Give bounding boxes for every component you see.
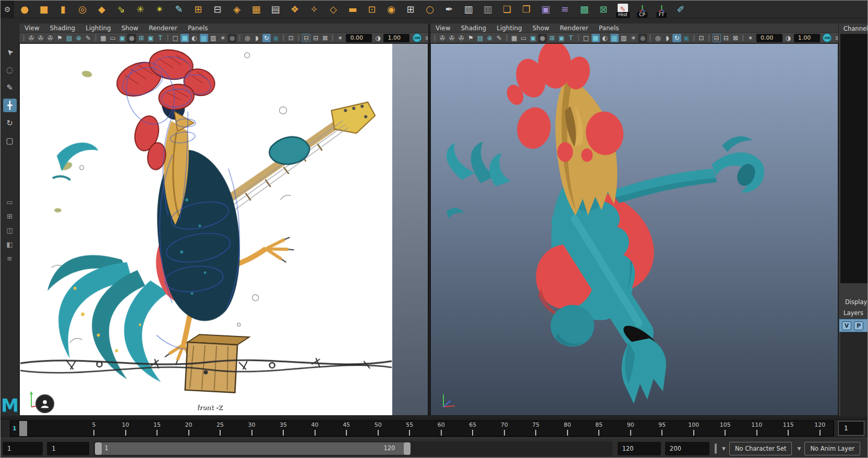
- character-set-dropdown-icon[interactable]: ▼: [722, 446, 726, 451]
- grid-blocks-icon[interactable]: ▦: [249, 1, 263, 18]
- image-plane-icon[interactable]: ▤: [65, 34, 74, 42]
- playback-options-handle[interactable]: [715, 443, 717, 454]
- safe-title-icon[interactable]: T: [156, 34, 164, 42]
- color-pivot-axis-icon[interactable]: CP: [635, 1, 649, 18]
- paint-select-tool-icon[interactable]: ✎: [3, 81, 17, 94]
- animation-end-field[interactable]: 200: [665, 442, 709, 455]
- knife-tool-icon[interactable]: ✒: [442, 1, 456, 18]
- textured-mode-icon[interactable]: ▩: [610, 34, 619, 42]
- playback-end-field[interactable]: 120: [618, 442, 661, 455]
- exposure-field[interactable]: 0.00: [346, 34, 372, 42]
- camera-attributes-icon[interactable]: ✇: [457, 34, 465, 42]
- grease-pencil-icon[interactable]: ✎: [495, 34, 503, 42]
- paint-brush-icon[interactable]: ✐: [673, 1, 688, 18]
- grid-icon[interactable]: ▦: [99, 34, 107, 42]
- bookmark-icon[interactable]: ⚑: [466, 34, 475, 42]
- layout-split-icon[interactable]: ◫: [4, 225, 16, 235]
- select-tool-icon[interactable]: ➤: [0, 43, 19, 62]
- shaded-mode-icon[interactable]: ■: [592, 34, 600, 42]
- menu-lighting[interactable]: Lighting: [80, 23, 116, 33]
- exposure-icon[interactable]: ✴: [336, 34, 344, 42]
- uv-editor-window-icon[interactable]: ⊠: [596, 1, 611, 18]
- xray-icon[interactable]: ⊟: [302, 34, 310, 42]
- menu-panels[interactable]: Panels: [594, 23, 624, 33]
- diamond-stack-icon[interactable]: ◇: [326, 1, 341, 18]
- film-gate-icon[interactable]: ▭: [520, 34, 528, 42]
- menu-renderer[interactable]: Renderer: [143, 23, 183, 33]
- menu-renderer[interactable]: Renderer: [554, 23, 594, 33]
- xray-joints-icon[interactable]: ⊠: [731, 34, 740, 42]
- gamma-icon[interactable]: ◑: [784, 34, 792, 42]
- page-peel-icon[interactable]: ❏: [500, 1, 514, 18]
- playback-start-field[interactable]: 1: [47, 442, 89, 455]
- display-layer-row[interactable]: VP: [839, 319, 868, 332]
- xray-active-icon[interactable]: ⊟: [722, 34, 730, 42]
- layout-single-pane-icon[interactable]: ▭: [4, 197, 16, 207]
- point-light-icon[interactable]: ✳: [133, 1, 148, 18]
- exposure-icon[interactable]: ✴: [746, 34, 755, 42]
- xray-active-icon[interactable]: ⊟: [311, 34, 320, 42]
- split-pane-dashed-icon[interactable]: ▥: [480, 1, 495, 18]
- range-slider[interactable]: 1 120: [93, 441, 612, 456]
- gamma-icon[interactable]: ◑: [373, 34, 382, 42]
- sparkle-cube-icon[interactable]: ✧: [307, 1, 321, 18]
- resolution-gate-icon[interactable]: ▣: [529, 34, 537, 42]
- poly-points-icon[interactable]: ○: [423, 1, 437, 18]
- camera-attributes-icon[interactable]: ✇: [46, 34, 54, 42]
- split-pane-icon[interactable]: ▥: [461, 1, 476, 18]
- wire-sphere-icon[interactable]: ◉: [384, 1, 399, 18]
- menu-view[interactable]: View: [19, 23, 44, 33]
- front-viewport[interactable]: ViewShadingLightingShowRendererPanels ✇✇…: [19, 23, 428, 416]
- layer-toggle-p[interactable]: P: [854, 321, 863, 330]
- move-tool-icon[interactable]: ╋: [3, 99, 17, 112]
- occlusion-icon[interactable]: ◎: [654, 34, 662, 42]
- anim-layer-dropdown-icon[interactable]: ▼: [797, 446, 801, 451]
- current-frame-marker[interactable]: [19, 421, 27, 436]
- lighting-icon[interactable]: ☀: [219, 34, 227, 42]
- motion-blur-icon[interactable]: ◗: [663, 34, 671, 42]
- shadows-icon[interactable]: ●: [638, 34, 647, 42]
- playback-range[interactable]: [95, 442, 411, 455]
- shaded-wireframe-icon[interactable]: ◐: [190, 34, 198, 42]
- tab-display[interactable]: Display: [839, 297, 868, 307]
- torus-icon[interactable]: ◎: [75, 1, 90, 18]
- menu-view[interactable]: View: [430, 23, 455, 33]
- menu-shading[interactable]: Shading: [455, 23, 491, 33]
- camera-icon[interactable]: ✇: [438, 34, 447, 42]
- sparkle-plane-icon[interactable]: ❖: [287, 1, 302, 18]
- animation-start-field[interactable]: 1: [3, 442, 43, 455]
- bookmark-icon[interactable]: ⚑: [55, 34, 64, 42]
- stacked-planes-alt-icon[interactable]: ⊟: [210, 1, 225, 18]
- motion-blur-icon[interactable]: ◗: [252, 34, 261, 42]
- range-end-handle[interactable]: [404, 442, 411, 455]
- default-material-icon[interactable]: ▨: [620, 34, 628, 42]
- wireframe-mode-icon[interactable]: □: [171, 34, 179, 42]
- layout-four-pane-icon[interactable]: ⊞: [4, 211, 16, 221]
- layout-outliner-icon[interactable]: ≡: [4, 253, 16, 263]
- history-page-icon[interactable]: ✎Hist: [616, 1, 630, 18]
- grease-pencil-icon[interactable]: ✎: [84, 34, 92, 42]
- freeze-transform-axis-icon[interactable]: FT: [654, 1, 669, 18]
- layout-persp-outliner-icon[interactable]: ◧: [4, 239, 16, 249]
- menu-show[interactable]: Show: [527, 23, 554, 33]
- character-set-select[interactable]: No Character Set: [729, 442, 792, 455]
- cylinder-diamond-icon[interactable]: ▬: [345, 1, 360, 18]
- film-gate-icon[interactable]: ▭: [108, 34, 117, 42]
- pan-zoom-icon[interactable]: ⊕: [485, 34, 493, 42]
- cube-icon[interactable]: ■: [37, 1, 51, 18]
- isolate-select-icon[interactable]: ⊡: [287, 34, 295, 42]
- persp-viewport-canvas[interactable]: [430, 43, 838, 416]
- quad-draw-icon[interactable]: ⊞: [403, 1, 418, 18]
- isolate-select-icon[interactable]: ⊡: [697, 34, 706, 42]
- default-material-icon[interactable]: ▨: [209, 34, 218, 42]
- sphere-icon[interactable]: ●: [17, 1, 32, 18]
- safe-action-icon[interactable]: ▣: [557, 34, 565, 42]
- rotate-tool-icon[interactable]: ↻: [3, 116, 17, 130]
- xray-joints-icon[interactable]: ⊠: [321, 34, 329, 42]
- safe-title-icon[interactable]: T: [566, 34, 575, 42]
- textured-mode-icon[interactable]: ▩: [200, 34, 208, 42]
- fog-icon[interactable]: ▣: [272, 34, 280, 42]
- grid-icon[interactable]: ▦: [510, 34, 519, 42]
- menu-show[interactable]: Show: [116, 23, 143, 33]
- resolution-gate-icon[interactable]: ▣: [118, 34, 126, 42]
